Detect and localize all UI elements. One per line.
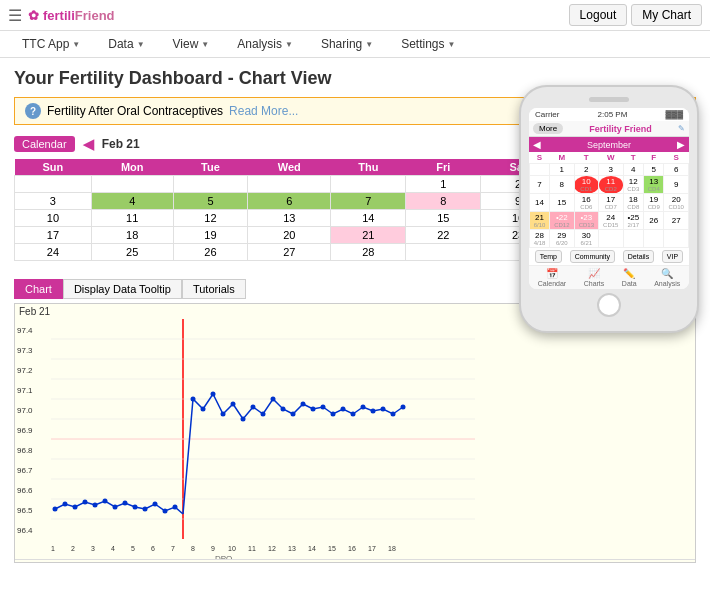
chart-tab-0[interactable]: Chart <box>14 279 63 299</box>
ph-cell-21[interactable]: 216/10 <box>530 212 550 230</box>
ph-cell[interactable]: 16CD6 <box>574 194 598 212</box>
phone-cal-next[interactable]: ▶ <box>677 139 685 150</box>
phone-time: 2:05 PM <box>598 110 628 119</box>
cal-cell-28[interactable]: 28 <box>331 244 406 261</box>
cal-cell-empty-0-3 <box>248 176 331 193</box>
svg-text:97.1: 97.1 <box>17 386 33 395</box>
ph-cell[interactable]: 1 <box>550 164 574 176</box>
cal-cell-24[interactable]: 24 <box>15 244 92 261</box>
phone-tab-data[interactable]: ✏️ Data <box>622 268 637 287</box>
cal-cell-7[interactable]: 7 <box>331 193 406 210</box>
ph-cell[interactable]: 296/20 <box>550 230 574 248</box>
cal-cell-11[interactable]: 11 <box>91 210 173 227</box>
ph-cell-11[interactable]: 11CD2 <box>599 176 623 194</box>
ph-cell[interactable] <box>530 164 550 176</box>
cal-cell-8[interactable]: 8 <box>406 193 481 210</box>
read-more-link[interactable]: Read More... <box>229 104 298 118</box>
cal-cell-5[interactable]: 5 <box>173 193 248 210</box>
ph-cell-25[interactable]: •252/17 <box>623 212 643 230</box>
cal-cell-3[interactable]: 3 <box>15 193 92 210</box>
ph-cell-27[interactable]: 27 <box>664 212 689 230</box>
ph-cell[interactable]: 8 <box>550 176 574 194</box>
nav-arrow-settings: ▼ <box>448 40 456 49</box>
hamburger-icon[interactable]: ☰ <box>8 6 22 25</box>
nav-label-sharing: Sharing <box>321 37 362 51</box>
mychart-button[interactable]: My Chart <box>631 4 702 26</box>
ph-day-m: M <box>550 152 574 164</box>
ph-cell-22[interactable]: •22CD12 <box>550 212 574 230</box>
ph-cell[interactable]: 3 <box>599 164 623 176</box>
cal-cell-17[interactable]: 17 <box>15 227 92 244</box>
nav-item-sharing[interactable]: Sharing▼ <box>307 31 387 57</box>
ph-cell[interactable]: 18CD8 <box>623 194 643 212</box>
cal-cell-19[interactable]: 19 <box>173 227 248 244</box>
cal-cell-26[interactable]: 26 <box>173 244 248 261</box>
ph-cell-23[interactable]: •23CD13 <box>574 212 598 230</box>
ph-cell-24[interactable]: 24CD15 <box>599 212 623 230</box>
ph-cell[interactable]: 17CD7 <box>599 194 623 212</box>
svg-text:96.9: 96.9 <box>17 426 33 435</box>
cal-cell-6[interactable]: 6 <box>248 193 331 210</box>
cal-cell-4[interactable]: 4 <box>91 193 173 210</box>
cal-cell-25[interactable]: 25 <box>91 244 173 261</box>
cal-week-0: 12 <box>15 176 556 193</box>
cal-cell-13[interactable]: 13 <box>248 210 331 227</box>
svg-text:2: 2 <box>71 545 75 552</box>
cal-cell-14[interactable]: 14 <box>331 210 406 227</box>
cal-cell-27[interactable]: 27 <box>248 244 331 261</box>
svg-text:96.5: 96.5 <box>17 506 33 515</box>
ph-cell[interactable]: 14 <box>530 194 550 212</box>
ph-cell[interactable]: 9 <box>664 176 689 194</box>
phone-vip-btn[interactable]: VIP <box>662 250 683 263</box>
ph-cell[interactable]: 15 <box>550 194 574 212</box>
ph-cell[interactable]: 306/21 <box>574 230 598 248</box>
nav-item-view[interactable]: View▼ <box>159 31 224 57</box>
flower-icon: ✿ <box>28 8 39 23</box>
phone-cal-header: ◀ September ▶ <box>529 137 689 152</box>
ph-cell-12[interactable]: 12CD3 <box>623 176 643 194</box>
phone-tab-charts[interactable]: 📈 Charts <box>584 268 605 287</box>
chart-tab-1[interactable]: Display Data Tooltip <box>63 279 182 299</box>
cal-cell-10[interactable]: 10 <box>15 210 92 227</box>
phone-tab-analysis[interactable]: 🔍 Analysis <box>654 268 680 287</box>
phone-community-btn[interactable]: Community <box>570 250 615 263</box>
ph-cell-13[interactable]: 13CD4 <box>644 176 664 194</box>
cal-cell-21[interactable]: 21 <box>331 227 406 244</box>
cal-cell-15[interactable]: 15 <box>406 210 481 227</box>
nav-item-ttc-app[interactable]: TTC App▼ <box>8 31 94 57</box>
svg-point-43 <box>261 412 266 417</box>
nav-item-settings[interactable]: Settings▼ <box>387 31 469 57</box>
ph-cell[interactable]: 19CD9 <box>644 194 664 212</box>
cal-cell-18[interactable]: 18 <box>91 227 173 244</box>
ph-cell[interactable]: 7 <box>530 176 550 194</box>
ph-cell[interactable]: 284/18 <box>530 230 550 248</box>
ph-cell-26[interactable]: 26 <box>644 212 664 230</box>
nav-item-data[interactable]: Data▼ <box>94 31 158 57</box>
phone-back-btn[interactable]: More <box>533 123 563 134</box>
phone-temp-btn[interactable]: Temp <box>535 250 562 263</box>
svg-point-44 <box>271 397 276 402</box>
phone-home-button[interactable] <box>597 293 621 317</box>
ph-cell[interactable]: 20CD10 <box>664 194 689 212</box>
logout-button[interactable]: Logout <box>569 4 628 26</box>
svg-text:9: 9 <box>211 545 215 552</box>
ph-cell[interactable]: 2 <box>574 164 598 176</box>
nav-item-analysis[interactable]: Analysis▼ <box>223 31 307 57</box>
phone-edit-btn[interactable]: ✎ <box>678 124 685 133</box>
cal-week-4: 2425262728 <box>15 244 556 261</box>
cal-cell-20[interactable]: 20 <box>248 227 331 244</box>
phone-tab-calendar[interactable]: 📅 Calendar <box>538 268 566 287</box>
ph-cell-10[interactable]: 10CD1 <box>574 176 598 194</box>
cal-cell-22[interactable]: 22 <box>406 227 481 244</box>
phone-cal-prev[interactable]: ◀ <box>533 139 541 150</box>
svg-text:96.4: 96.4 <box>17 526 33 535</box>
ph-day-t1: T <box>574 152 598 164</box>
ph-cell[interactable]: 6 <box>664 164 689 176</box>
phone-details-btn[interactable]: Details <box>623 250 654 263</box>
ph-cell[interactable]: 5 <box>644 164 664 176</box>
chart-tab-2[interactable]: Tutorials <box>182 279 246 299</box>
cal-cell-1[interactable]: 1 <box>406 176 481 193</box>
cal-cell-12[interactable]: 12 <box>173 210 248 227</box>
calendar-prev[interactable]: ◀ <box>83 136 94 152</box>
ph-cell[interactable]: 4 <box>623 164 643 176</box>
